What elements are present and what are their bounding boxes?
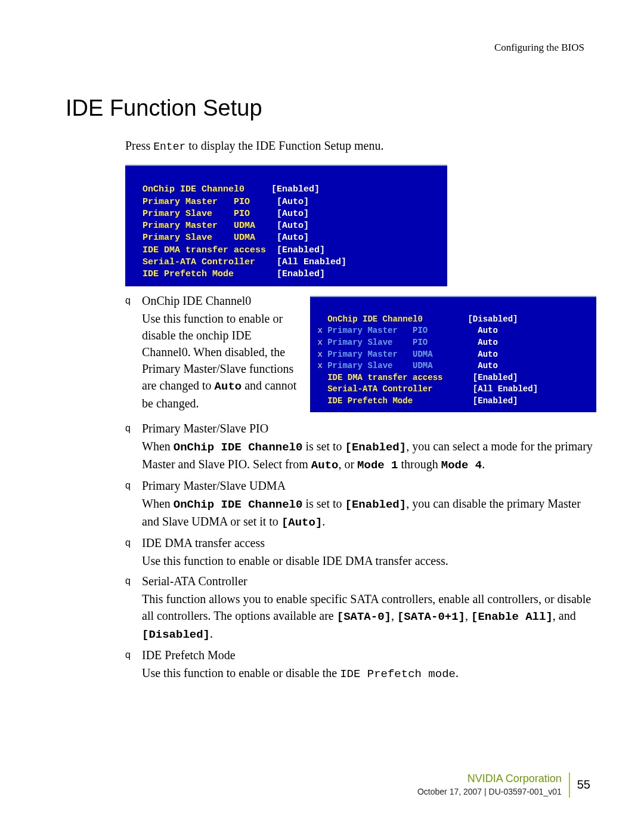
bios1-l6a: IDE DMA transfer access: [137, 245, 266, 255]
bios1-l4b: [Auto]: [255, 221, 309, 231]
intro-text: Press Enter to display the IDE Function …: [125, 139, 596, 153]
bios1-l7a: Serial-ATA Controller: [137, 257, 255, 267]
page-footer: NVIDIA Corporation October 17, 2007 | DU…: [417, 771, 590, 798]
t: OnChip IDE Channel0: [174, 498, 303, 511]
intro-post: to display the IDE Function Setup menu.: [185, 139, 383, 152]
bios2-l8a: IDE Prefetch Mode: [312, 396, 413, 406]
t: .: [322, 515, 325, 528]
t: When: [142, 440, 174, 453]
list-item: q IDE Prefetch Mode Use this function to…: [125, 647, 596, 682]
t: .: [482, 458, 485, 471]
bios2-l6b: [Enabled]: [442, 373, 518, 382]
bios2-l7b: [All Enabled]: [433, 384, 538, 394]
t: IDE Prefetch mode: [340, 668, 456, 681]
bios2-l3b: Auto: [428, 338, 498, 347]
t: When: [142, 497, 174, 510]
t: Mode 4: [441, 459, 482, 472]
bios-menu-enabled: OnChip IDE Channel0 [Enabled] Primary Ma…: [125, 165, 447, 286]
item-title-udma: Primary Master/Slave UDMA: [142, 477, 596, 494]
item-desc-pio: When OnChip IDE Channel0 is set to [Enab…: [142, 438, 596, 474]
bios1-l2b: [Auto]: [250, 197, 309, 207]
t: Mode 1: [357, 459, 398, 472]
t: ,: [465, 609, 471, 622]
t: Auto: [215, 380, 242, 393]
bullet-icon: q: [125, 477, 142, 531]
bios2-l5a: Primary Slave UDMA: [323, 361, 433, 370]
t: [SATA-0]: [337, 610, 391, 623]
bios2-l2x: x: [312, 326, 323, 335]
bullet-icon: q: [125, 420, 142, 474]
bios2-l1b: [Disabled]: [423, 314, 518, 324]
t: , and: [553, 609, 576, 622]
t: [Enable All]: [471, 610, 553, 623]
bios1-l1a: OnChip IDE Channel0: [137, 184, 244, 194]
list-item: q Primary Master/Slave UDMA When OnChip …: [125, 477, 596, 531]
t: is set to: [302, 440, 345, 453]
t: Auto: [311, 459, 339, 472]
item-desc-udma: When OnChip IDE Channel0 is set to [Enab…: [142, 495, 596, 531]
list-item: q OnChip IDE Channel0 Use this function …: [125, 292, 298, 412]
list-item: q Primary Master/Slave PIO When OnChip I…: [125, 420, 596, 474]
item-title-sata: Serial-ATA Controller: [142, 573, 596, 589]
t: [SATA-0+1]: [397, 610, 465, 623]
item-desc-sata: This function allows you to enable speci…: [142, 591, 596, 643]
item-desc-prefetch: Use this function to enable or disable t…: [142, 665, 596, 682]
list-item: q IDE DMA transfer access Use this funct…: [125, 535, 596, 569]
bios1-l3a: Primary Slave PIO: [137, 209, 250, 219]
item-title-onchip: OnChip IDE Channel0: [142, 292, 298, 309]
bullet-icon: q: [125, 292, 142, 412]
bios2-l3a: Primary Slave PIO: [323, 338, 428, 347]
t: , or: [338, 458, 357, 471]
t: [Enabled]: [345, 441, 407, 454]
page-title: IDE Function Setup: [66, 95, 596, 121]
t: ,: [391, 609, 397, 622]
bios1-l7b: [All Enabled]: [255, 257, 346, 267]
item-desc-onchip: Use this function to enable or disable t…: [142, 310, 298, 412]
bios2-l2a: Primary Master PIO: [323, 326, 428, 335]
bios2-l1a: OnChip IDE Channel0: [312, 314, 423, 324]
item-title-dma: IDE DMA transfer access: [142, 535, 596, 551]
t: .: [210, 627, 213, 640]
bios2-l8b: [Enabled]: [413, 396, 518, 406]
t: OnChip IDE Channel0: [174, 441, 303, 454]
page-number: 55: [577, 778, 590, 792]
bios1-l1b: [Enabled]: [244, 184, 320, 194]
footer-company: NVIDIA Corporation: [417, 771, 562, 786]
bios2-l5x: x: [312, 361, 323, 370]
bios1-l2a: Primary Master PIO: [137, 197, 250, 207]
t: [Disabled]: [142, 628, 210, 641]
intro-pre: Press: [125, 139, 153, 152]
item-desc-dma: Use this function to enable or disable I…: [142, 552, 596, 569]
bullet-icon: q: [125, 647, 142, 682]
bios1-l3b: [Auto]: [250, 209, 309, 219]
t: [Enabled]: [345, 498, 407, 511]
footer-date: October 17, 2007 | DU-03597-001_v01: [417, 786, 562, 798]
bios-menu-disabled: OnChip IDE Channel0 [Disabled] x Primary…: [310, 296, 596, 412]
t: through: [398, 458, 441, 471]
bios2-l4a: Primary Master UDMA: [323, 350, 433, 359]
bios1-l5b: [Auto]: [255, 233, 309, 243]
bios2-l4x: x: [312, 350, 323, 359]
bios1-l6b: [Enabled]: [266, 245, 325, 255]
t: is set to: [302, 497, 345, 510]
bios2-l3x: x: [312, 338, 323, 347]
content-list: q OnChip IDE Channel0 Use this function …: [125, 292, 596, 682]
bullet-icon: q: [125, 535, 142, 569]
item-title-prefetch: IDE Prefetch Mode: [142, 647, 596, 663]
bios2-l4b: Auto: [433, 350, 498, 359]
bios1-l4a: Primary Master UDMA: [137, 221, 255, 231]
t: .: [456, 666, 459, 679]
divider-icon: [569, 773, 570, 798]
intro-mono: Enter: [153, 141, 185, 153]
breadcrumb: Configuring the BIOS: [60, 42, 584, 54]
bios2-l6a: IDE DMA transfer access: [312, 373, 442, 382]
list-item: q Serial-ATA Controller This function al…: [125, 573, 596, 643]
bullet-icon: q: [125, 573, 142, 643]
item-title-pio: Primary Master/Slave PIO: [142, 420, 596, 437]
t: Use this function to enable or disable t…: [142, 666, 340, 679]
bios1-l5a: Primary Slave UDMA: [137, 233, 255, 243]
bios1-l8b: [Enabled]: [234, 269, 325, 279]
bios2-l2b: Auto: [428, 326, 498, 335]
bios1-l8a: IDE Prefetch Mode: [137, 269, 234, 279]
bios2-l5b: Auto: [433, 361, 498, 370]
